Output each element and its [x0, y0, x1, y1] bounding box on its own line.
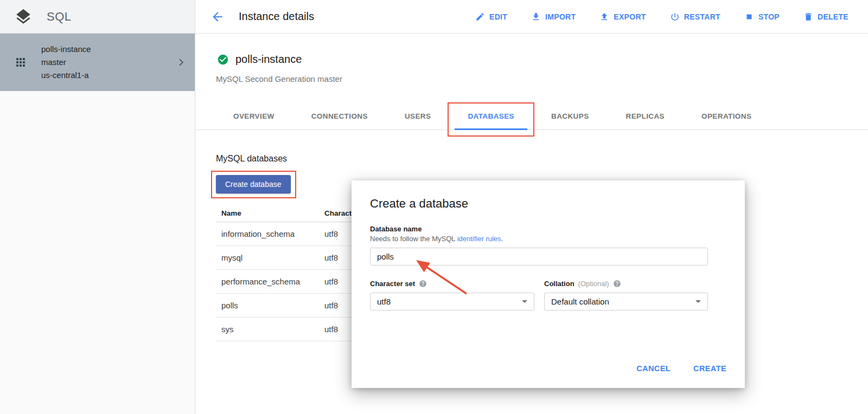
character-set-label: Character set: [370, 280, 415, 288]
tab-backups[interactable]: BACKUPS: [538, 103, 602, 130]
create-button-dialog[interactable]: CREATE: [693, 364, 726, 373]
tab-databases[interactable]: DATABASES: [455, 103, 527, 130]
instance-title: polls-instance: [235, 53, 302, 66]
collation-value: Default collation: [551, 297, 609, 306]
dialog-body: Create a database Database name Needs to…: [352, 180, 745, 388]
import-button[interactable]: IMPORT: [531, 12, 576, 22]
db-name-cell: sys: [216, 325, 324, 334]
import-icon: [531, 12, 541, 22]
database-name-label: Database name: [370, 225, 726, 233]
character-set-label-row: Character set: [370, 280, 544, 288]
column-header-name: Name: [216, 209, 324, 217]
sidebar-item-polls-instance[interactable]: polls-instance master us-central1-a: [0, 34, 195, 91]
collation-label-row: Collation (Optional): [544, 280, 708, 288]
identifier-rules-link[interactable]: identifier rules: [457, 235, 501, 243]
create-database-button[interactable]: Create database: [216, 175, 291, 193]
create-database-button-wrap: Create database: [216, 175, 291, 193]
tab-bar: OVERVIEW CONNECTIONS USERS DATABASES BAC…: [195, 103, 868, 130]
db-name-cell: performance_schema: [216, 277, 324, 286]
product-logo-area: SQL: [0, 0, 195, 34]
database-name-input[interactable]: [370, 248, 708, 266]
instance-header: polls-instance: [217, 53, 302, 66]
delete-button-label: DELETE: [818, 12, 848, 21]
dropdown-caret-icon: [522, 300, 527, 303]
delete-button[interactable]: DELETE: [803, 12, 848, 22]
collation-optional-note: (Optional): [578, 280, 609, 288]
help-icon[interactable]: [419, 280, 427, 288]
instance-zone: us-central1-a: [41, 69, 91, 82]
tab-operations[interactable]: OPERATIONS: [688, 103, 764, 130]
top-bar: SQL Instance details EDIT IMPORT EXPORT …: [0, 0, 868, 34]
character-set-field: Character set utf8: [370, 280, 544, 310]
dialog-buttons: CANCEL CREATE: [636, 364, 726, 373]
section-title: MySQL databases: [216, 154, 287, 164]
tab-overview[interactable]: OVERVIEW: [220, 103, 288, 130]
stop-button[interactable]: STOP: [744, 12, 780, 22]
db-name-cell: information_schema: [216, 229, 324, 238]
character-set-value: utf8: [377, 297, 391, 306]
db-name-cell: mysql: [216, 253, 324, 262]
dropdown-caret-icon: [695, 300, 701, 303]
restart-icon: [670, 12, 680, 22]
export-button[interactable]: EXPORT: [599, 12, 646, 22]
tab-replicas[interactable]: REPLICAS: [613, 103, 678, 130]
tab-users[interactable]: USERS: [392, 103, 444, 130]
database-name-help: Needs to follow the MySQL identifier rul…: [370, 235, 726, 243]
instance-role: master: [41, 56, 91, 69]
pencil-icon: [475, 12, 485, 22]
page-title: Instance details: [239, 10, 314, 23]
collation-field: Collation (Optional) Default collation: [544, 280, 708, 310]
db-name-cell: polls: [216, 301, 324, 310]
help-suffix: .: [501, 235, 503, 243]
trash-icon: [803, 12, 813, 22]
collation-label: Collation: [544, 280, 575, 288]
instance-header-bar: Instance details EDIT IMPORT EXPORT REST…: [195, 0, 868, 34]
instance-grid-icon: [14, 56, 27, 69]
character-set-dropdown[interactable]: utf8: [370, 293, 534, 310]
back-arrow-icon[interactable]: [210, 10, 225, 24]
help-icon[interactable]: [613, 280, 621, 288]
create-database-dialog: Create a database Database name Needs to…: [352, 180, 745, 388]
export-icon: [599, 12, 609, 22]
restart-button[interactable]: RESTART: [670, 12, 720, 22]
stop-button-label: STOP: [758, 12, 780, 21]
export-button-label: EXPORT: [614, 12, 646, 21]
cancel-button[interactable]: CANCEL: [636, 364, 671, 373]
instance-name: polls-instance: [41, 43, 91, 56]
import-button-label: IMPORT: [545, 12, 576, 21]
edit-button-label: EDIT: [489, 12, 507, 21]
instance-sidebar: polls-instance master us-central1-a: [0, 34, 195, 414]
instance-subtitle: MySQL Second Generation master: [216, 74, 342, 83]
collation-dropdown[interactable]: Default collation: [544, 293, 708, 310]
stop-icon: [744, 12, 754, 22]
restart-button-label: RESTART: [684, 12, 720, 21]
app-name: SQL: [47, 10, 72, 24]
dialog-title: Create a database: [370, 197, 726, 211]
header-actions: EDIT IMPORT EXPORT RESTART STOP DELETE: [475, 12, 848, 22]
charset-collation-row: Character set utf8 Collation (Optional): [370, 280, 726, 310]
instance-summary: polls-instance master us-central1-a: [41, 43, 91, 82]
edit-button[interactable]: EDIT: [475, 12, 507, 22]
cloud-sql-logo-icon: [14, 8, 33, 26]
help-prefix: Needs to follow the MySQL: [370, 235, 457, 243]
status-check-icon: [217, 54, 229, 66]
tab-connections[interactable]: CONNECTIONS: [298, 103, 381, 130]
chevron-right-icon[interactable]: [174, 55, 188, 69]
